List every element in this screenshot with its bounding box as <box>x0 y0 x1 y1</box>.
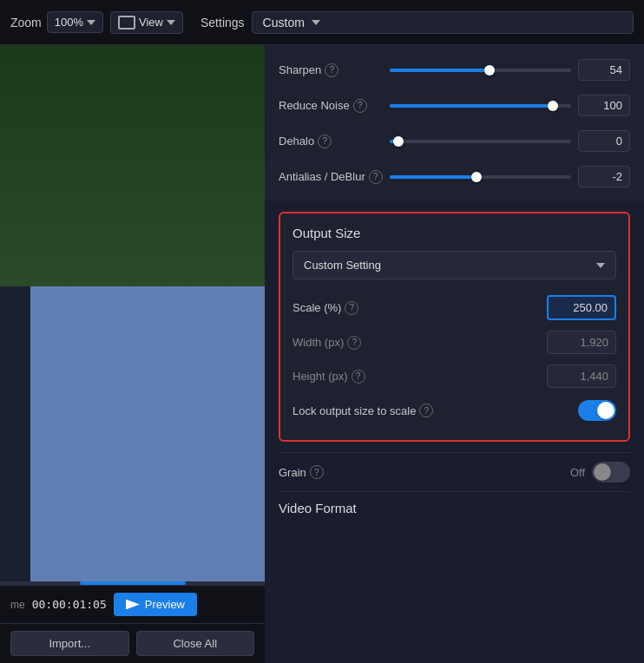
custom-preset-dropdown[interactable]: Custom <box>252 11 634 34</box>
preview-btn-label: Preview <box>145 598 185 611</box>
height-label: Height (px) ? <box>292 370 540 384</box>
view-control: View <box>110 11 183 34</box>
bottom-buttons: Import... Close All <box>0 623 265 663</box>
width-label: Width (px) ? <box>292 336 540 350</box>
scale-label: Scale (%) ? <box>292 301 540 315</box>
right-panel: Sharpen ? 54 Reduce Noise ? <box>265 45 644 663</box>
video-format-title: Video Format <box>279 501 630 515</box>
view-label: View <box>139 16 163 29</box>
sharpen-help-icon[interactable]: ? <box>325 63 338 77</box>
zoom-chevron-icon <box>87 20 95 25</box>
antialias-label: Antialias / DeBlur ? <box>279 170 383 184</box>
main-layout: me 00:00:01:05 Preview Import... Close A… <box>0 45 644 663</box>
reduce-noise-help-icon[interactable]: ? <box>353 99 367 113</box>
lock-toggle[interactable] <box>578 400 616 421</box>
preset-dropdown[interactable]: Custom Setting <box>292 251 616 279</box>
video-format-section: Video Format <box>265 492 644 524</box>
grain-help-icon[interactable]: ? <box>310 465 324 479</box>
import-button[interactable]: Import... <box>10 631 129 656</box>
left-panel: me 00:00:01:05 Preview Import... Close A… <box>0 45 265 663</box>
zoom-value: 100% <box>55 16 83 29</box>
antialias-value[interactable]: -2 <box>578 166 630 187</box>
custom-chevron-icon <box>312 20 320 25</box>
sharpen-thumb <box>484 65 495 75</box>
preview-controls: me 00:00:01:05 Preview <box>0 585 265 623</box>
output-size-section: Output Size Custom Setting Scale (%) ? W… <box>279 212 630 442</box>
settings-label: Settings <box>200 16 245 30</box>
view-icon <box>118 16 135 30</box>
scroll-indicator <box>0 581 265 585</box>
sharpen-value[interactable]: 54 <box>578 59 630 81</box>
antialias-row: Antialias / DeBlur ? -2 <box>279 159 630 194</box>
view-dropdown[interactable]: View <box>110 11 183 34</box>
dehalo-slider[interactable] <box>390 140 571 143</box>
scale-row: Scale (%) ? <box>292 290 616 325</box>
sharpen-fill <box>390 69 490 72</box>
sliders-section: Sharpen ? 54 Reduce Noise ? <box>265 45 644 201</box>
sharpen-row: Sharpen ? 54 <box>279 52 630 88</box>
time-value: 00:00:01:05 <box>32 598 107 611</box>
zoom-control: Zoom 100% <box>10 11 103 33</box>
height-value[interactable]: 1,440 <box>547 364 616 388</box>
grain-off-label: Off <box>570 466 585 479</box>
reduce-noise-fill <box>390 104 553 108</box>
width-help-icon[interactable]: ? <box>347 336 361 350</box>
antialias-thumb <box>471 172 482 182</box>
scale-help-icon[interactable]: ? <box>345 301 358 315</box>
lock-label: Lock output size to scale ? <box>292 404 571 417</box>
height-row: Height (px) ? 1,440 <box>292 359 616 393</box>
reduce-noise-row: Reduce Noise ? 100 <box>279 88 630 123</box>
reduce-noise-value[interactable]: 100 <box>578 95 630 116</box>
preset-label: Custom Setting <box>304 259 381 272</box>
video-trees <box>0 45 265 286</box>
dehalo-label: Dehalo ? <box>279 135 383 148</box>
grain-section: Grain ? Off <box>265 453 644 491</box>
preset-chevron-icon <box>596 263 605 268</box>
preview-play-icon <box>126 600 140 610</box>
lock-toggle-thumb <box>597 402 614 419</box>
width-value[interactable]: 1,920 <box>547 331 616 354</box>
dehalo-row: Dehalo ? 0 <box>279 123 630 159</box>
grain-toggle[interactable] <box>592 462 630 482</box>
preview-button[interactable]: Preview <box>114 593 197 616</box>
lock-help-icon[interactable]: ? <box>419 404 433 417</box>
antialias-help-icon[interactable]: ? <box>369 170 383 184</box>
close-all-button[interactable]: Close All <box>136 631 255 656</box>
lock-row: Lock output size to scale ? <box>292 393 616 428</box>
height-help-icon[interactable]: ? <box>352 370 365 384</box>
zoom-dropdown[interactable]: 100% <box>47 11 103 33</box>
sharpen-slider[interactable] <box>390 69 571 72</box>
zoom-label: Zoom <box>10 16 42 30</box>
time-label: me <box>10 599 25 611</box>
view-chevron-icon <box>167 20 175 25</box>
reduce-noise-slider[interactable] <box>390 104 571 108</box>
scroll-bar <box>80 581 186 585</box>
antialias-slider[interactable] <box>390 175 571 179</box>
dehalo-value[interactable]: 0 <box>578 130 630 152</box>
dehalo-help-icon[interactable]: ? <box>318 135 332 148</box>
custom-preset-label: Custom <box>263 16 305 30</box>
sharpen-label: Sharpen ? <box>279 63 383 77</box>
output-size-title: Output Size <box>292 226 616 240</box>
toolbar: Zoom 100% View Settings Custom <box>0 0 644 45</box>
dehalo-thumb <box>393 136 404 147</box>
antialias-fill <box>390 175 476 179</box>
width-row: Width (px) ? 1,920 <box>292 325 616 359</box>
grain-toggle-thumb <box>594 463 611 481</box>
grain-label: Grain ? <box>279 465 570 479</box>
scale-input[interactable] <box>547 295 616 320</box>
reduce-noise-thumb <box>548 101 558 111</box>
reduce-noise-label: Reduce Noise ? <box>279 99 383 113</box>
video-preview <box>0 45 265 581</box>
